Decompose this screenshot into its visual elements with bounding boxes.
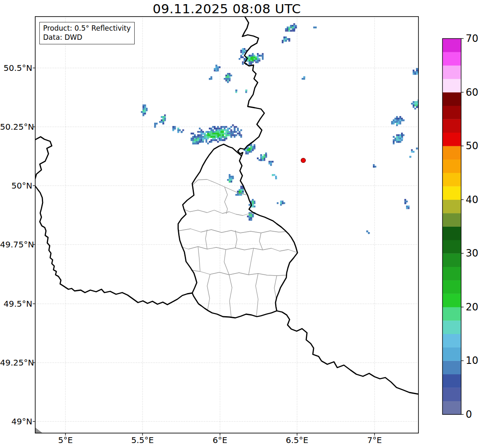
echo-cluster — [159, 114, 166, 124]
echo-cluster — [313, 27, 317, 28]
y-tick-label: 49.25°N — [0, 358, 32, 368]
colorbar-segment — [442, 92, 461, 106]
colorbar-tick-label: 60 — [466, 87, 479, 98]
colorbar-tick-label: 70 — [466, 33, 479, 44]
echo-cluster — [282, 36, 290, 43]
colorbar-segment — [442, 374, 461, 388]
echo-cluster — [302, 76, 305, 80]
x-tick-label: 5°E — [58, 435, 73, 445]
echo-cluster — [224, 73, 232, 83]
border-france-germany — [277, 311, 418, 394]
colorbar-tick-label: 30 — [466, 247, 479, 259]
echo-cluster — [275, 176, 277, 179]
radar-figure: 09.11.2025 08:08 UTC Product: 0.5° Refle… — [0, 0, 498, 448]
colorbar-segment — [442, 146, 461, 160]
colorbar-segment — [442, 347, 461, 361]
echo-cluster — [416, 148, 418, 149]
echo-cluster — [277, 201, 285, 206]
axis-tick-marks — [33, 68, 375, 436]
colorbar-segment — [442, 387, 461, 401]
y-tick-label: 49.75°N — [0, 240, 32, 249]
border-france-belgium-west-1 — [35, 137, 52, 179]
echo-cluster — [245, 90, 247, 93]
echo-cluster — [235, 90, 237, 93]
echo-cluster — [177, 128, 181, 133]
colorbar-segment — [442, 361, 461, 374]
echo-cluster — [268, 161, 273, 166]
y-tick-label: 50.25°N — [0, 122, 32, 132]
colorbar-segment — [442, 200, 461, 213]
map-corner-wedge — [35, 428, 42, 433]
data-source-label: Data: DWD — [43, 33, 131, 42]
country-borders — [35, 17, 418, 394]
colorbar-segment — [442, 119, 461, 133]
y-tick-label: 50.5°N — [0, 63, 32, 73]
colorbar-tick-label: 0 — [466, 409, 472, 420]
colorbar-segment — [442, 227, 461, 240]
echo-cluster — [257, 153, 267, 161]
colorbar-segment — [442, 320, 461, 334]
colorbar — [442, 39, 464, 414]
echo-cluster — [393, 133, 404, 144]
echo-cluster — [404, 199, 408, 204]
colorbar-segment — [442, 401, 461, 415]
colorbar-segment — [442, 65, 461, 79]
x-tick-label: 6.5°E — [286, 435, 308, 445]
echo-cluster — [154, 123, 157, 128]
x-tick-label: 6°E — [213, 435, 227, 445]
product-label: Product: 0.5° Reflectivity — [43, 24, 131, 33]
colorbar-segment — [442, 173, 461, 186]
radar-site-marker — [301, 158, 306, 163]
colorbar-segment — [442, 186, 461, 200]
y-tick-label: 50°N — [0, 181, 32, 191]
colorbar-segment — [442, 267, 461, 281]
colorbar-segment — [442, 52, 461, 65]
colorbar-segment — [442, 213, 461, 227]
echo-cluster — [373, 164, 376, 167]
x-tick-label: 5.5°E — [131, 435, 154, 445]
y-tick-label: 49°N — [0, 417, 32, 426]
echo-cluster — [227, 174, 234, 182]
colorbar-segment — [442, 39, 461, 52]
echo-cluster — [391, 116, 404, 126]
radar-map-canvas — [0, 0, 498, 448]
colorbar-segment — [442, 160, 461, 173]
echo-cluster — [181, 129, 184, 133]
border-luxembourg — [178, 144, 297, 318]
echo-cluster — [272, 174, 275, 176]
colorbar-tick-label: 50 — [466, 140, 479, 152]
echo-cluster — [411, 149, 414, 153]
colorbar-segment — [442, 79, 461, 92]
colorbar-segment — [442, 253, 461, 267]
echo-cluster — [285, 23, 297, 31]
echo-cluster — [141, 104, 147, 116]
colorbar-tick-label: 10 — [466, 355, 479, 366]
echo-cluster — [172, 126, 176, 131]
echo-cluster — [413, 68, 421, 75]
canton-borders — [179, 179, 297, 317]
colorbar-segment — [442, 293, 461, 307]
figure-title: 09.11.2025 08:08 UTC — [35, 1, 418, 16]
echo-cluster — [209, 76, 212, 80]
x-tick-label: 7°E — [367, 435, 382, 445]
colorbar-segment — [442, 240, 461, 254]
echo-cluster — [409, 156, 411, 157]
echo-cluster — [191, 134, 202, 144]
colorbar-segment — [442, 334, 461, 348]
colorbar-tick-label: 20 — [466, 301, 479, 313]
echo-cluster — [406, 206, 409, 209]
radar-echoes — [141, 23, 421, 234]
y-tick-label: 49.5°N — [0, 299, 32, 309]
echo-cluster — [214, 65, 220, 71]
colorbar-segment — [442, 133, 461, 146]
product-annotation-box: Product: 0.5° Reflectivity Data: DWD — [39, 22, 135, 44]
colorbar-segment — [442, 307, 461, 321]
echo-cluster — [366, 230, 370, 234]
colorbar-segment — [442, 280, 461, 294]
border-france-belgium-west-2 — [35, 186, 192, 305]
colorbar-tick-label: 40 — [466, 194, 479, 206]
colorbar-segment — [442, 106, 461, 119]
